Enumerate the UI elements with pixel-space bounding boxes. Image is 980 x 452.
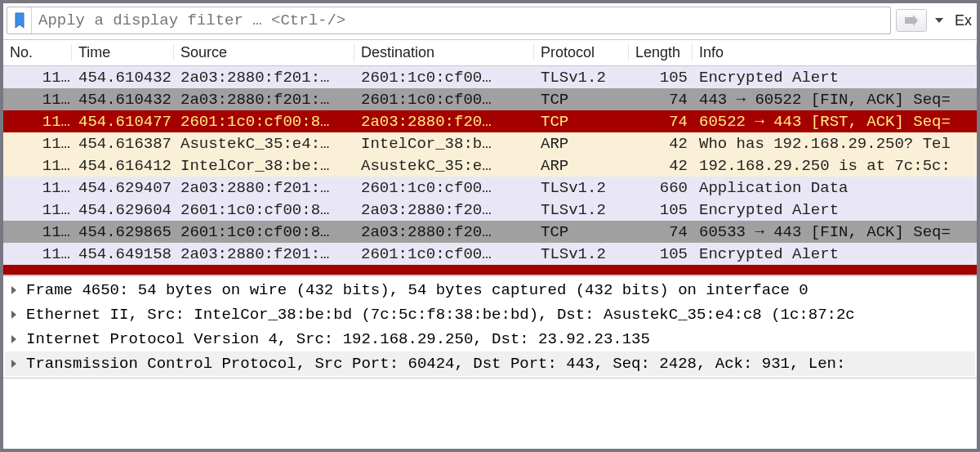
cell-no: 11…	[3, 201, 72, 219]
cell-length: 660	[629, 179, 693, 197]
cell-protocol: TLSv1.2	[534, 179, 629, 197]
cell-protocol: TCP	[534, 223, 629, 241]
cell-time: 454.629604	[72, 201, 174, 219]
display-filter-input[interactable]	[32, 7, 890, 34]
cell-time: 454.616387	[72, 135, 174, 153]
cell-source: 2a03:2880:f201:…	[174, 245, 354, 263]
apply-filter-button[interactable]	[896, 9, 927, 32]
filter-history-dropdown[interactable]	[932, 9, 947, 32]
cell-info: 192.168.29.250 is at 7c:5c:	[693, 157, 977, 175]
tree-item-label: Transmission Control Protocol, Src Port:…	[26, 351, 845, 376]
packet-rows: 11…454.6104322a03:2880:f201:…2601:1c0:cf…	[3, 66, 977, 275]
cell-destination: 2601:1c0:cf00…	[354, 245, 534, 263]
cell-no: 11…	[3, 245, 72, 263]
packet-row[interactable]: 11…454.6298652601:1c0:cf00:8…2a03:2880:f…	[3, 221, 977, 243]
packet-details-pane: Frame 4650: 54 bytes on wire (432 bits),…	[3, 275, 977, 378]
packet-row[interactable]: 11…454.6296042601:1c0:cf00:8…2a03:2880:f…	[3, 199, 977, 221]
cell-source: 2601:1c0:cf00:8…	[174, 113, 354, 131]
packet-row[interactable]: 11…454.6104772601:1c0:cf00:8…2a03:2880:f…	[3, 110, 977, 132]
col-time[interactable]: Time	[72, 44, 174, 61]
packet-row[interactable]: 11…454.616387AsustekC_35:e4:…IntelCor_38…	[3, 132, 977, 154]
cell-destination: 2601:1c0:cf00…	[354, 91, 534, 109]
cell-length: 74	[629, 113, 693, 131]
tree-item-label: Internet Protocol Version 4, Src: 192.16…	[26, 327, 650, 351]
expression-button[interactable]: Ex	[951, 12, 973, 29]
cell-length: 105	[629, 245, 693, 263]
cell-length: 74	[629, 91, 693, 109]
packet-row[interactable]: 11…454.6294072a03:2880:f201:…2601:1c0:cf…	[3, 177, 977, 199]
packet-list-header: No. Time Source Destination Protocol Len…	[3, 40, 977, 66]
cell-destination: AsustekC_35:e…	[354, 157, 534, 175]
cell-no: 11…	[3, 179, 72, 197]
col-destination[interactable]: Destination	[354, 44, 534, 61]
expand-icon[interactable]	[8, 310, 20, 320]
cell-source: 2a03:2880:f201:…	[174, 179, 354, 197]
tree-item-ethernet[interactable]: Ethernet II, Src: IntelCor_38:be:bd (7c:…	[5, 302, 975, 327]
tree-item-tcp[interactable]: Transmission Control Protocol, Src Port:…	[5, 351, 975, 376]
cell-no: 11…	[3, 91, 72, 109]
col-length[interactable]: Length	[629, 44, 693, 61]
col-source[interactable]: Source	[174, 44, 354, 61]
tree-item-label: Frame 4650: 54 bytes on wire (432 bits),…	[26, 278, 808, 302]
cell-protocol: ARP	[534, 157, 629, 175]
cell-source: 2601:1c0:cf00:8…	[174, 201, 354, 219]
packet-row[interactable]: 11…454.6104322a03:2880:f201:…2601:1c0:cf…	[3, 66, 977, 88]
tree-item-ip[interactable]: Internet Protocol Version 4, Src: 192.16…	[5, 327, 975, 351]
cell-source: IntelCor_38:be:…	[174, 157, 354, 175]
cell-protocol: TCP	[534, 113, 629, 131]
tree-item-label: Ethernet II, Src: IntelCor_38:be:bd (7c:…	[26, 302, 855, 327]
cell-destination: 2601:1c0:cf00…	[354, 179, 534, 197]
cell-destination: 2a03:2880:f20…	[354, 113, 534, 131]
wireshark-window: Ex No. Time Source Destination Protocol …	[0, 0, 980, 452]
cell-length: 105	[629, 69, 693, 87]
cell-length: 42	[629, 157, 693, 175]
packet-row[interactable]: 11…454.6491582a03:2880:f201:…2601:1c0:cf…	[3, 243, 977, 265]
filter-toolbar: Ex	[3, 3, 977, 40]
bytes-pane-placeholder	[3, 378, 977, 449]
bookmark-icon[interactable]	[7, 7, 32, 34]
cell-source: 2601:1c0:cf00:8…	[174, 223, 354, 241]
tree-item-frame[interactable]: Frame 4650: 54 bytes on wire (432 bits),…	[5, 278, 975, 302]
cell-no: 11…	[3, 113, 72, 131]
cell-destination: IntelCor_38:b…	[354, 135, 534, 153]
cell-time: 454.629865	[72, 223, 174, 241]
cell-source: 2a03:2880:f201:…	[174, 91, 354, 109]
cell-protocol: ARP	[534, 135, 629, 153]
cell-length: 42	[629, 135, 693, 153]
cell-time: 454.649158	[72, 245, 174, 263]
cell-protocol: TCP	[534, 91, 629, 109]
col-protocol[interactable]: Protocol	[534, 44, 629, 61]
cell-length: 105	[629, 201, 693, 219]
cell-info: Encrypted Alert	[693, 201, 977, 219]
cell-time: 454.610432	[72, 69, 174, 87]
cell-info: 60522 → 443 [RST, ACK] Seq=	[693, 113, 977, 131]
cell-no: 11…	[3, 69, 72, 87]
cell-destination: 2a03:2880:f20…	[354, 201, 534, 219]
cell-source: AsustekC_35:e4:…	[174, 135, 354, 153]
cell-info: Application Data	[693, 179, 977, 197]
cell-protocol: TLSv1.2	[534, 245, 629, 263]
cell-no: 11…	[3, 223, 72, 241]
cell-no: 11…	[3, 157, 72, 175]
expand-icon[interactable]	[8, 359, 20, 369]
cell-time: 454.616412	[72, 157, 174, 175]
cell-destination: 2a03:2880:f20…	[354, 223, 534, 241]
cell-info: 60533 → 443 [FIN, ACK] Seq=	[693, 223, 977, 241]
cell-protocol: TLSv1.2	[534, 69, 629, 87]
packet-row-cutoff[interactable]	[3, 265, 977, 275]
cell-time: 454.629407	[72, 179, 174, 197]
cell-no: 11…	[3, 135, 72, 153]
cell-info: 443 → 60522 [FIN, ACK] Seq=	[693, 91, 977, 109]
cell-info: Who has 192.168.29.250? Tel	[693, 135, 977, 153]
filter-input-wrap	[7, 7, 891, 34]
cell-info: Encrypted Alert	[693, 245, 977, 263]
col-info[interactable]: Info	[693, 44, 977, 61]
cell-time: 454.610432	[72, 91, 174, 109]
col-no[interactable]: No.	[3, 44, 72, 61]
packet-row[interactable]: 11…454.616412IntelCor_38:be:…AsustekC_35…	[3, 154, 977, 177]
expand-icon[interactable]	[8, 334, 20, 344]
packet-row[interactable]: 11…454.6104322a03:2880:f201:…2601:1c0:cf…	[3, 88, 977, 110]
expand-icon[interactable]	[8, 285, 20, 295]
cell-protocol: TLSv1.2	[534, 201, 629, 219]
packet-list-pane: No. Time Source Destination Protocol Len…	[3, 40, 977, 275]
